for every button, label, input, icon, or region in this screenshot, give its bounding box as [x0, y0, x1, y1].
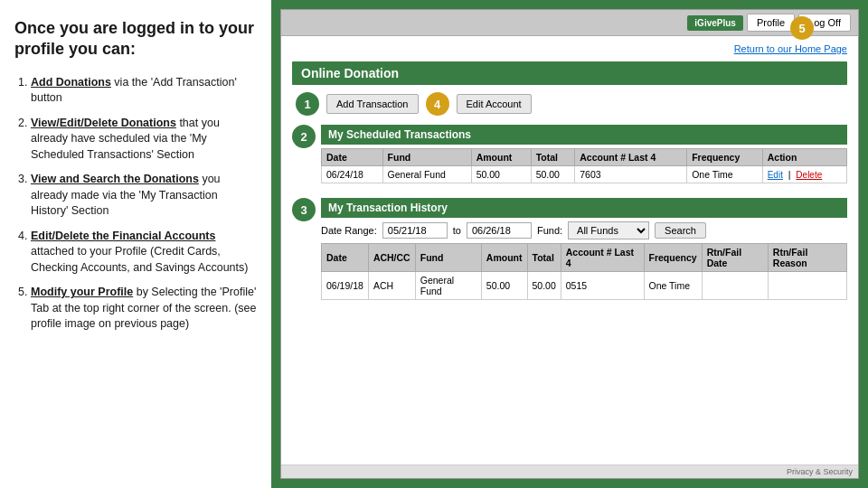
delete-link[interactable]: Delete: [796, 170, 822, 180]
col-fund: Fund: [382, 149, 471, 166]
h-cell-total: 50.00: [527, 272, 561, 300]
scheduled-table-section: My Scheduled Transactions Date Fund Amou…: [321, 125, 847, 183]
h-col-frequency: Frequency: [644, 244, 702, 272]
history-section-title: My Transaction History: [321, 198, 847, 218]
cell-frequency: One Time: [687, 166, 763, 183]
scheduled-section-row: 2 My Scheduled Transactions Date Fund Am…: [292, 125, 847, 192]
main-heading: Once you are logged in to your profile y…: [14, 18, 257, 61]
badge-1: 1: [296, 92, 319, 116]
instruction-4: Edit/Delete the Financial Accounts attac…: [31, 229, 257, 277]
h-col-rtn-reason: Rtn/Fail Reason: [768, 244, 846, 272]
col-action: Action: [762, 149, 846, 166]
cell-account: 7603: [575, 166, 687, 183]
history-section-row: 3 My Transaction History Date Range: to …: [292, 198, 847, 309]
history-section: My Transaction History Date Range: to Fu…: [321, 198, 847, 309]
h-col-rtn-date: Rtn/Fail Date: [702, 244, 768, 272]
badge-4: 4: [426, 92, 449, 116]
instruction-4-text: attached to your Profile (Credit Cards, …: [31, 245, 248, 274]
h-cell-amount: 50.00: [481, 272, 527, 300]
profile-button[interactable]: Profile: [747, 14, 795, 32]
h-col-type: ACH/CC: [368, 244, 415, 272]
date-from-input[interactable]: [382, 222, 448, 239]
h-cell-fund: General Fund: [415, 272, 481, 300]
filter-row: Date Range: to Fund: All Funds Search: [321, 221, 847, 239]
instruction-4-bold: Edit/Delete the Financial Accounts: [31, 230, 215, 242]
edit-link[interactable]: Edit: [768, 170, 783, 180]
instruction-2-bold: View/Edit/Delete Donations: [31, 117, 176, 129]
scheduled-section: My Scheduled Transactions Date Fund Amou…: [321, 125, 847, 192]
cell-amount: 50.00: [471, 166, 531, 183]
instruction-5-bold: Modify your Profile: [31, 286, 133, 298]
left-panel: Once you are logged in to your profile y…: [0, 0, 271, 488]
col-date: Date: [322, 149, 383, 166]
instruction-3-bold: View and Search the Donations: [31, 173, 199, 185]
h-col-total: Total: [527, 244, 561, 272]
table-row: 06/24/18 General Fund 50.00 50.00 7603 O…: [322, 166, 847, 183]
col-account: Account # Last 4: [575, 149, 687, 166]
action-buttons-row: 1 Add Transaction 4 Edit Account: [292, 92, 847, 116]
add-transaction-button[interactable]: Add Transaction: [326, 94, 419, 114]
cell-total: 50.00: [531, 166, 575, 183]
h-cell-rtn-reason: [768, 272, 846, 300]
scheduled-section-title: My Scheduled Transactions: [321, 125, 847, 145]
h-col-date: Date: [322, 244, 369, 272]
return-link[interactable]: Return to our Home Page: [292, 43, 847, 54]
right-panel: 5 iGivePlus Profile Log Off Return to ou…: [271, 0, 868, 488]
to-label: to: [453, 225, 461, 236]
instruction-1: Add Donations via the 'Add Transaction' …: [31, 75, 257, 107]
section-title: Online Donation: [292, 61, 847, 85]
h-cell-date: 06/19/18: [322, 272, 369, 300]
h-cell-frequency: One Time: [644, 272, 702, 300]
badge-5: 5: [790, 16, 814, 40]
history-table-section: My Transaction History Date Range: to Fu…: [321, 198, 847, 300]
instruction-5: Modify your Profile by Selecting the 'Pr…: [31, 285, 257, 333]
instruction-2: View/Edit/Delete Donations that you alre…: [31, 116, 257, 164]
cell-date: 06/24/18: [322, 166, 383, 183]
instructions-list: Add Donations via the 'Add Transaction' …: [14, 75, 257, 333]
privacy-footer[interactable]: Privacy & Security: [281, 465, 858, 478]
search-button[interactable]: Search: [655, 222, 706, 239]
history-table: Date ACH/CC Fund Amount Total Account # …: [321, 243, 847, 300]
instruction-3: View and Search the Donations you alread…: [31, 172, 257, 220]
badge-2: 2: [292, 125, 316, 148]
cell-fund: General Fund: [382, 166, 471, 183]
edit-account-button[interactable]: Edit Account: [457, 94, 532, 114]
date-to-input[interactable]: [467, 222, 532, 239]
col-frequency: Frequency: [687, 149, 763, 166]
cell-action: Edit | Delete: [762, 166, 846, 183]
fund-select[interactable]: All Funds: [568, 221, 649, 239]
nav-logo: iGivePlus: [687, 15, 743, 31]
content-area: Return to our Home Page Online Donation …: [281, 36, 858, 465]
app-window: iGivePlus Profile Log Off Return to our …: [280, 9, 859, 479]
instruction-1-bold: Add Donations: [31, 76, 111, 89]
h-cell-type: ACH: [368, 272, 415, 300]
top-nav: iGivePlus Profile Log Off: [281, 10, 858, 36]
h-col-account: Account # Last 4: [561, 244, 644, 272]
fund-label: Fund:: [537, 225, 562, 236]
scheduled-header-row: Date Fund Amount Total Account # Last 4 …: [322, 149, 847, 166]
col-total: Total: [531, 149, 575, 166]
h-col-amount: Amount: [481, 244, 527, 272]
h-cell-account: 0515: [561, 272, 644, 300]
h-cell-rtn-date: [702, 272, 768, 300]
col-amount: Amount: [471, 149, 531, 166]
scheduled-table: Date Fund Amount Total Account # Last 4 …: [321, 148, 847, 183]
h-col-fund: Fund: [415, 244, 481, 272]
history-header-row: Date ACH/CC Fund Amount Total Account # …: [322, 244, 847, 272]
table-row: 06/19/18 ACH General Fund 50.00 50.00 05…: [322, 272, 847, 300]
badge-3: 3: [292, 198, 316, 221]
date-range-label: Date Range:: [321, 225, 377, 236]
